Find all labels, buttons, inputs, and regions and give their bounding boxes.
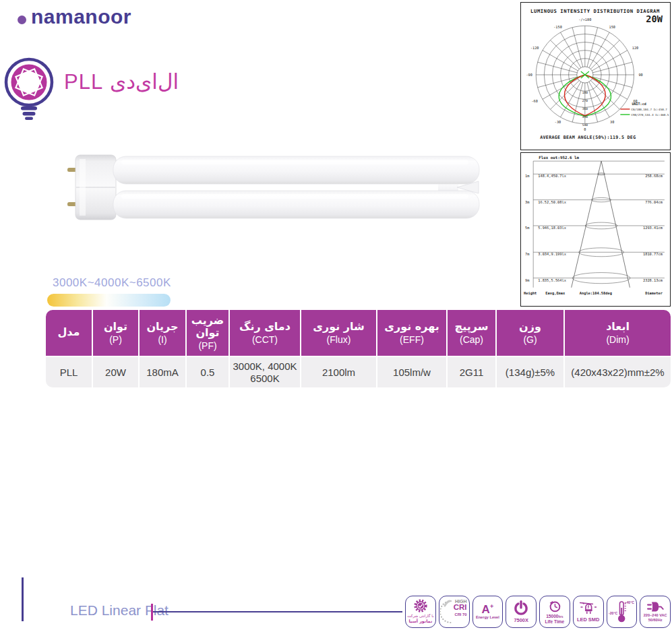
polar-legend: UNIT:cd C0/180,104.7 Ic:450.7 C90/270,13… (620, 102, 669, 117)
svg-text:-60: -60 (531, 99, 537, 103)
cct-gradient-bar (47, 294, 171, 307)
spec-header-current: جریان(I) (140, 310, 185, 356)
svg-text:Height: Height (524, 291, 537, 296)
warranty-text-line2: نمانور آسیا (408, 619, 432, 625)
spec-value-weight: (134g)±5% (497, 357, 563, 387)
badge-switch-cycles: 7500X (506, 596, 537, 628)
svg-text:360: 360 (582, 107, 588, 111)
badge-led-smd: LED SMD (573, 596, 604, 628)
led-type-label: LED SMD (577, 617, 599, 623)
badge-warranty: با گارانتی شرکت نمانور آسیا (405, 596, 436, 628)
cone-shape (572, 161, 630, 288)
spec-header-cct: دمای رنگ(CCT) (230, 310, 300, 356)
svg-text:180: 180 (582, 91, 588, 94)
svg-text:9m: 9m (525, 278, 529, 282)
svg-text:3m: 3m (525, 200, 529, 204)
polar-title: LUMINOUS INTENSITY DISTRIBUTION DIAGRAM (530, 8, 660, 14)
brand-name: namanoor (31, 5, 131, 28)
spec-value-power-factor: 0.5 (187, 357, 228, 387)
svg-text:C0/180,104.7 Ic:450.7: C0/180,104.7 Ic:450.7 (631, 108, 667, 111)
svg-text:5m: 5m (525, 226, 529, 230)
spec-header-power-factor: ضریب توان(PF) (187, 310, 228, 356)
warranty-seal-icon (413, 599, 428, 614)
svg-text:UNIT:cd: UNIT:cd (632, 102, 646, 106)
switch-cycles-label: 7500X (514, 617, 528, 624)
polar-wattage: 20W (646, 13, 663, 24)
spec-value-dimensions: (420x43x22)mm±2% (565, 357, 671, 387)
spec-value-current: 180mA (140, 357, 185, 387)
pll-lamp-product-image (66, 151, 487, 229)
svg-text:0: 0 (584, 127, 586, 131)
svg-text:3.034,9.199lx: 3.034,9.199lx (538, 252, 566, 256)
spec-value-power: 20W (93, 357, 138, 387)
svg-text:Eavg,Emax: Eavg,Emax (545, 291, 566, 296)
badge-life-time: 15000hrs Life Time (539, 596, 570, 628)
cri-value: CRI 70 (454, 612, 467, 617)
svg-text:1810.77cm: 1810.77cm (643, 252, 663, 256)
svg-text:16.52,50.08lx: 16.52,50.08lx (538, 200, 566, 204)
spec-header-weight: وزن(G) (497, 310, 563, 356)
bulb-mandala-logo-icon (1, 55, 58, 124)
spec-value-cct: 3000K, 4000K 6500K (230, 357, 300, 387)
svg-text:-150: -150 (553, 25, 562, 29)
svg-text:776.04cm: 776.04cm (645, 200, 663, 204)
brand: namanoor (18, 5, 131, 28)
brand-dot-icon (18, 15, 26, 24)
luminous-intensity-diagram: LUMINOUS INTENSITY DISTRIBUTION DIAGRAM … (520, 2, 671, 150)
clock-icon (547, 599, 562, 614)
svg-text:1m: 1m (525, 174, 529, 178)
svg-text:258.68cm: 258.68cm (645, 174, 663, 178)
svg-text:30: 30 (610, 120, 614, 124)
svg-text:5.946,18.03lx: 5.946,18.03lx (538, 226, 566, 230)
badge-voltage: 220~240 VAC 50/60Hz (640, 596, 671, 628)
page-title-fa: ال‌ای‌دی (110, 69, 179, 94)
thermometer-icon: +40°C -20°C (608, 598, 635, 625)
page-title-en: PLL (64, 70, 103, 94)
spec-header-power: توان(P) (93, 310, 138, 356)
life-label: Life Time (545, 619, 564, 625)
cri-label: CRI (454, 604, 467, 612)
spec-header-model: مدل (46, 310, 92, 356)
power-icon (513, 600, 529, 617)
feature-badges: با گارانتی شرکت نمانور آسیا HIGH CRI CRI… (405, 596, 671, 628)
svg-text:120: 120 (632, 46, 638, 50)
voltage-label: 220~240 VAC (644, 613, 667, 618)
frequency-label: 50/60Hz (648, 618, 663, 623)
temp-min-label: -20°C (609, 611, 618, 615)
svg-text:-/+180: -/+180 (578, 18, 591, 22)
spec-value-flux: 2100lm (301, 357, 376, 387)
led-icon (580, 600, 597, 617)
svg-text:Diameter: Diameter (645, 291, 663, 295)
polar-footer: AVERAGE BEAM ANGLE(50%):119.5 DEG (540, 135, 636, 140)
spec-header-dimensions: ابعاد(Dim) (565, 310, 671, 356)
svg-text:1293.41cm: 1293.41cm (643, 226, 663, 230)
svg-text:Angle:104.58deg: Angle:104.58deg (580, 291, 612, 296)
svg-text:-90: -90 (526, 73, 532, 77)
cone-grid (533, 161, 665, 288)
spec-header-flux: شار نوری(Flux) (301, 310, 376, 356)
cri-dotted-arc-icon (440, 598, 454, 625)
spec-value-cap: 2G11 (448, 357, 495, 387)
flux-cone-diagram: Flux out:952.6 lm 1m 148.4,450.7lx 258.6… (520, 152, 671, 307)
svg-text:150: 150 (609, 25, 615, 29)
svg-text:270: 270 (582, 99, 588, 102)
svg-text:C90/270,134.3 Ic:460.5: C90/270,134.3 Ic:460.5 (631, 113, 669, 117)
cct-range-label: 3000K~4000K~6500K (53, 276, 171, 290)
cone-footer: Height Eavg,Emax Angle:104.58deg Diamete… (524, 291, 663, 296)
svg-text:450: 450 (582, 115, 588, 119)
svg-text:-120: -120 (530, 46, 539, 50)
spec-value-model: PLL (46, 357, 92, 387)
svg-text:-30: -30 (555, 120, 561, 124)
badge-high-cri: HIGH CRI CRI 70 (439, 596, 470, 628)
spec-header-efficacy: بهره نوری(EFF) (377, 310, 446, 356)
svg-text:540: 540 (582, 123, 588, 127)
footer-horizontal-rule (153, 611, 402, 612)
spec-value-efficacy: 105lm/w (377, 357, 446, 387)
life-hours: 15000hrs (546, 614, 563, 619)
badge-energy-level: A+ Energy Level (472, 596, 503, 628)
temp-max-label: +40°C (625, 600, 635, 604)
badge-operating-temperature: +40°C -20°C (607, 596, 638, 628)
svg-text:148.4,450.7lx: 148.4,450.7lx (538, 174, 566, 178)
svg-text:1.835,5.564lx: 1.835,5.564lx (538, 278, 566, 282)
product-line-label: LED Linear Flat (70, 602, 169, 619)
